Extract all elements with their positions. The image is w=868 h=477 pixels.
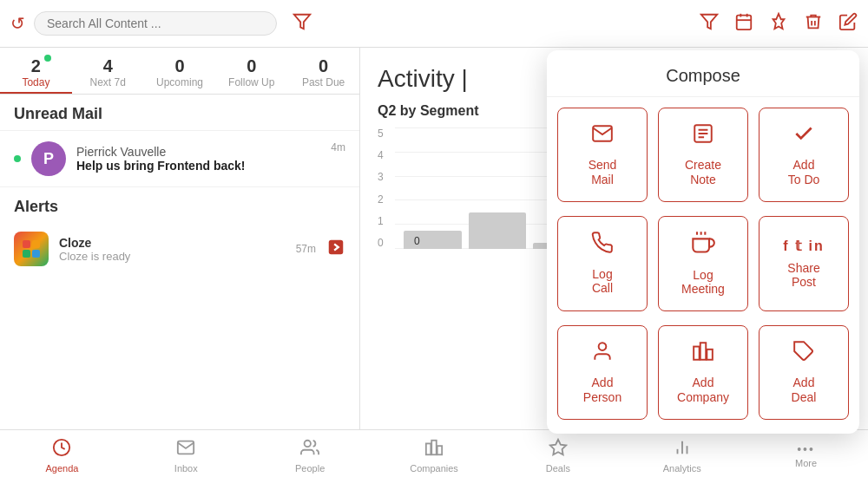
pin-icon[interactable] xyxy=(769,12,788,36)
nav-companies[interactable]: Companies xyxy=(372,435,496,474)
tab-today[interactable]: 2 Today xyxy=(0,48,72,94)
calendar-icon[interactable] xyxy=(734,12,753,36)
add-company-icon xyxy=(692,340,714,369)
nav-inbox[interactable]: Inbox xyxy=(124,435,248,474)
log-call-icon xyxy=(591,232,614,260)
alert-info: Cloze Cloze is ready xyxy=(59,236,286,263)
tab-pastdue[interactable]: 0 Past Due xyxy=(287,48,359,94)
alert-time: 57m xyxy=(296,243,316,255)
compose-row1: SendMail CreateNote AddTo Do xyxy=(547,97,859,212)
tab-upcoming[interactable]: 0 Upcoming xyxy=(144,48,216,94)
mail-item[interactable]: P Pierrick Vauvelle Help us bring Fronte… xyxy=(0,131,359,187)
nav-agenda[interactable]: Agenda xyxy=(0,435,124,474)
log-meeting-button[interactable]: LogMeeting xyxy=(658,216,748,312)
svg-rect-13 xyxy=(426,443,431,454)
add-person-icon xyxy=(591,340,614,369)
add-company-button[interactable]: AddCompany xyxy=(658,325,748,420)
svg-rect-10 xyxy=(329,239,344,254)
nav-people[interactable]: People xyxy=(248,435,372,474)
create-note-button[interactable]: CreateNote xyxy=(658,108,748,202)
add-deal-label: AddDeal xyxy=(792,376,817,405)
filter-icon-left[interactable] xyxy=(293,12,312,36)
alert-desc: Cloze is ready xyxy=(59,250,286,263)
svg-rect-15 xyxy=(437,446,443,454)
log-call-button[interactable]: LogCall xyxy=(557,216,648,312)
create-note-icon xyxy=(692,122,714,151)
add-company-label: AddCompany xyxy=(677,376,729,405)
unread-dot xyxy=(14,155,21,162)
chart-y-labels: 0 1 2 3 4 5 xyxy=(378,127,384,266)
unread-mail-header: Unread Mail xyxy=(0,95,359,131)
send-mail-label: SendMail xyxy=(589,158,617,187)
nav-label-more: More xyxy=(795,458,817,468)
log-meeting-icon xyxy=(691,231,715,261)
cloze-icon xyxy=(14,232,49,266)
chart-zero-label: 0 xyxy=(414,235,420,247)
inbox-icon xyxy=(176,438,195,461)
share-post-icon: f 𝕥 in xyxy=(783,238,824,254)
send-mail-icon xyxy=(589,122,615,151)
tab-followup[interactable]: 0 Follow Up xyxy=(215,48,287,94)
filter-icon-right[interactable] xyxy=(700,12,719,36)
bottom-nav: Agenda Inbox People Companies xyxy=(0,429,868,477)
svg-point-12 xyxy=(305,440,311,446)
svg-rect-7 xyxy=(32,240,40,248)
nav-more[interactable]: ••• More xyxy=(744,439,868,468)
agenda-icon xyxy=(52,438,71,461)
log-meeting-label: LogMeeting xyxy=(681,268,725,297)
compose-icon[interactable] xyxy=(838,12,858,36)
nav-label-inbox: Inbox xyxy=(174,463,198,474)
svg-marker-0 xyxy=(294,14,310,29)
top-right-icons xyxy=(700,12,858,36)
mail-time: 4m xyxy=(331,141,345,154)
svg-point-27 xyxy=(599,343,607,350)
add-todo-label: AddTo Do xyxy=(788,158,820,187)
top-header: ↺ xyxy=(0,0,868,48)
more-icon: ••• xyxy=(797,442,815,456)
alert-name: Cloze xyxy=(59,236,286,250)
alert-action-icon[interactable] xyxy=(326,238,345,261)
send-mail-button[interactable]: SendMail xyxy=(557,108,648,202)
search-bar[interactable] xyxy=(34,11,277,36)
add-todo-button[interactable]: AddTo Do xyxy=(759,108,849,202)
tabs-bar: 2 Today 4 Next 7d 0 Upcoming 0 Follow Up… xyxy=(0,48,359,95)
avatar: P xyxy=(31,141,66,176)
svg-rect-9 xyxy=(32,250,40,258)
share-post-label: SharePost xyxy=(787,261,819,291)
nav-analytics[interactable]: Analytics xyxy=(620,435,744,474)
search-input[interactable] xyxy=(47,16,264,30)
chart-bar xyxy=(404,231,462,249)
add-deal-button[interactable]: AddDeal xyxy=(759,325,849,420)
mail-sender: Pierrick Vauvelle xyxy=(76,145,320,159)
nav-label-deals: Deals xyxy=(546,463,570,474)
log-call-label: LogCall xyxy=(592,267,613,297)
trash-icon[interactable] xyxy=(804,12,823,36)
chart-bar xyxy=(469,212,527,249)
nav-label-companies: Companies xyxy=(410,463,458,474)
compose-title: Compose xyxy=(547,50,859,97)
nav-deals[interactable]: Deals xyxy=(496,435,620,474)
nav-label-analytics: Analytics xyxy=(663,463,701,474)
svg-rect-30 xyxy=(707,350,713,360)
mail-subject: Help us bring Frontend back! xyxy=(76,159,320,173)
analytics-icon xyxy=(673,438,692,461)
add-deal-icon xyxy=(792,340,815,369)
add-person-label: AddPerson xyxy=(583,376,621,405)
compose-row2: LogCall LogMeeting f 𝕥 in SharePost xyxy=(547,212,859,323)
nav-label-agenda: Agenda xyxy=(45,463,78,474)
svg-rect-8 xyxy=(23,250,30,258)
svg-rect-29 xyxy=(700,343,707,360)
alert-item[interactable]: Cloze Cloze is ready 57m xyxy=(0,223,359,275)
create-note-label: CreateNote xyxy=(685,158,721,187)
mail-info: Pierrick Vauvelle Help us bring Frontend… xyxy=(76,145,320,173)
companies-icon xyxy=(424,438,444,461)
svg-rect-2 xyxy=(737,15,752,29)
refresh-icon[interactable]: ↺ xyxy=(10,13,25,34)
svg-rect-6 xyxy=(23,240,30,248)
tab-next7d[interactable]: 4 Next 7d xyxy=(72,48,144,94)
share-post-button[interactable]: f 𝕥 in SharePost xyxy=(759,216,849,312)
add-person-button[interactable]: AddPerson xyxy=(557,325,648,420)
add-todo-icon xyxy=(792,122,816,151)
svg-marker-1 xyxy=(701,14,717,29)
svg-marker-16 xyxy=(550,439,566,454)
